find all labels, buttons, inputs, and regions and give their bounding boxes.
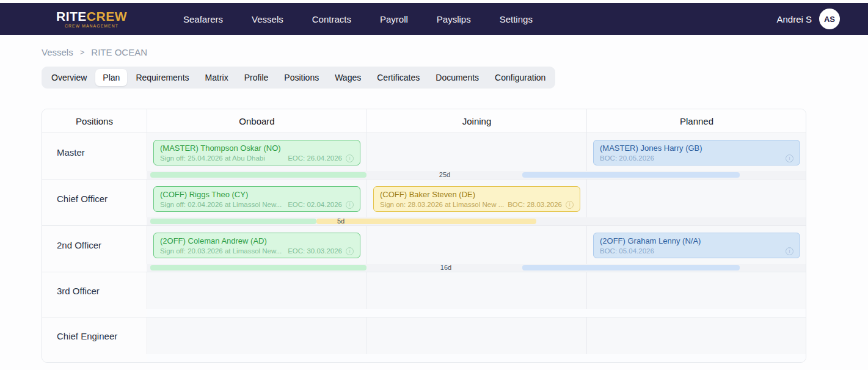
nav-item-contracts[interactable]: Contracts — [312, 14, 351, 24]
crew-card-eoc: EOC: 30.03.2026 — [288, 246, 342, 256]
crew-card-eoc: EOC: 26.04.2026 — [288, 153, 342, 163]
position-label-chief-officer: Chief Officer — [42, 180, 147, 225]
tab-configuration[interactable]: Configuration — [487, 69, 553, 86]
crew-card-title: (2OFF) Graham Lenny (N/A) — [600, 236, 793, 246]
column-header-positions: Positions — [42, 109, 147, 132]
timeline-strip: 5d — [147, 217, 806, 225]
user-name: Andrei S — [776, 14, 812, 24]
timeline-bar-onboard — [150, 172, 367, 178]
tab-certificates[interactable]: Certificates — [370, 69, 427, 86]
crew-card-detail: Sign on: 28.03.2026 at Limassol New ... — [380, 200, 504, 209]
timeline-bar-onboard — [150, 219, 316, 224]
breadcrumb-vessels[interactable]: Vessels — [42, 47, 73, 57]
crew-card-planned-2nd-officer[interactable]: (2OFF) Graham Lenny (N/A) BOC: 05.04.202… — [593, 233, 800, 258]
nav-item-payslips[interactable]: Payslips — [437, 14, 471, 24]
table-row: Master (MASTER) Thompson Oskar (NO) Sign… — [42, 132, 806, 179]
crew-card-title: (2OFF) Coleman Andrew (AD) — [160, 236, 354, 246]
user-menu[interactable]: Andrei S AS — [776, 9, 840, 29]
nav-links: Seafarers Vessels Contracts Payroll Pays… — [183, 14, 533, 24]
crew-card-title: (COFF) Baker Steven (DE) — [380, 189, 574, 200]
crew-plan-table: Positions Onboard Joining Planned Master… — [42, 109, 806, 363]
brand-name: RITECREW — [56, 10, 127, 23]
info-icon[interactable]: i — [786, 247, 793, 255]
brand-tagline: CREW MANAGEMENT — [65, 24, 119, 28]
crew-card-detail: BOC: 20.05.2026 — [600, 153, 782, 163]
timeline-strip: 25d — [147, 171, 806, 179]
column-header-planned: Planned — [586, 109, 806, 132]
timeline-bar-onboard — [150, 265, 367, 270]
timeline-bar-planned — [522, 172, 740, 178]
table-header-row: Positions Onboard Joining Planned — [42, 109, 806, 132]
position-label-master: Master — [42, 133, 147, 179]
crew-card-detail: Sign off: 20.03.2026 at Limassol New... — [160, 246, 284, 256]
timeline-gap-label: 5d — [329, 217, 353, 225]
column-header-joining: Joining — [367, 109, 586, 132]
tab-profile[interactable]: Profile — [237, 69, 276, 86]
crew-card-detail: Sign off: 25.04.2026 at Abu Dhabi — [160, 153, 284, 163]
tab-requirements[interactable]: Requirements — [128, 69, 196, 86]
timeline-bar-planned — [522, 265, 740, 270]
tab-wages[interactable]: Wages — [327, 69, 368, 86]
top-navbar: RITECREW CREW MANAGEMENT Seafarers Vesse… — [0, 3, 868, 35]
position-label-2nd-officer: 2nd Officer — [42, 226, 147, 272]
avatar[interactable]: AS — [819, 9, 840, 29]
breadcrumb: Vessels > RITE OCEAN — [42, 47, 868, 57]
tab-documents[interactable]: Documents — [428, 69, 486, 86]
nav-item-payroll[interactable]: Payroll — [380, 14, 408, 24]
crew-card-joining-chief-officer[interactable]: (COFF) Baker Steven (DE) Sign on: 28.03.… — [373, 186, 580, 212]
info-icon[interactable]: i — [346, 201, 354, 209]
info-icon[interactable]: i — [346, 154, 354, 162]
position-label-3rd-officer: 3rd Officer — [42, 272, 147, 317]
crew-card-detail: BOC: 05.04.2026 — [600, 246, 782, 256]
crew-card-boc: BOC: 28.03.2026 — [508, 200, 562, 209]
nav-item-vessels[interactable]: Vessels — [252, 14, 283, 24]
table-row: Chief Officer (COFF) Riggs Theo (CY) Sig… — [42, 179, 806, 225]
tab-matrix[interactable]: Matrix — [198, 69, 236, 86]
crew-card-title: (MASTER) Jones Harry (GB) — [600, 143, 793, 153]
brand-name-rite: RITE — [56, 9, 87, 23]
column-header-onboard: Onboard — [147, 109, 367, 132]
timeline-gap-label: 16d — [434, 264, 458, 272]
brand-logo[interactable]: RITECREW CREW MANAGEMENT — [56, 10, 127, 28]
nav-item-settings[interactable]: Settings — [500, 14, 533, 24]
brand-name-crew: CREW — [87, 9, 127, 23]
nav-item-seafarers[interactable]: Seafarers — [183, 14, 223, 24]
crew-card-onboard-2nd-officer[interactable]: (2OFF) Coleman Andrew (AD) Sign off: 20.… — [153, 233, 360, 258]
info-icon[interactable]: i — [566, 201, 574, 209]
timeline-strip: 16d — [147, 264, 806, 272]
crew-card-planned-master[interactable]: (MASTER) Jones Harry (GB) BOC: 20.05.202… — [593, 140, 800, 165]
timeline-strip — [147, 354, 806, 362]
table-row: 2nd Officer (2OFF) Coleman Andrew (AD) S… — [42, 225, 806, 272]
info-icon[interactable]: i — [346, 247, 354, 255]
crew-card-eoc: EOC: 02.04.2026 — [288, 200, 342, 209]
crew-card-onboard-chief-officer[interactable]: (COFF) Riggs Theo (CY) Sign off: 02.04.2… — [153, 186, 360, 212]
table-row: 3rd Officer — [42, 272, 806, 317]
crew-card-detail: Sign off: 02.04.2026 at Limassol New... — [160, 200, 284, 209]
crew-card-title: (MASTER) Thompson Oskar (NO) — [160, 143, 354, 153]
table-row: Chief Engineer — [42, 317, 806, 362]
tab-overview[interactable]: Overview — [44, 69, 94, 86]
crew-card-title: (COFF) Riggs Theo (CY) — [160, 189, 354, 200]
tab-plan[interactable]: Plan — [95, 69, 127, 86]
vessel-tabbar: Overview Plan Requirements Matrix Profil… — [42, 67, 555, 89]
info-icon[interactable]: i — [786, 154, 793, 162]
crew-card-onboard-master[interactable]: (MASTER) Thompson Oskar (NO) Sign off: 2… — [153, 140, 360, 165]
position-label-chief-engineer: Chief Engineer — [42, 317, 147, 362]
breadcrumb-current: RITE OCEAN — [91, 47, 147, 57]
tab-positions[interactable]: Positions — [277, 69, 326, 86]
timeline-strip — [147, 309, 806, 317]
timeline-gap-label: 25d — [432, 171, 457, 179]
breadcrumb-separator-icon: > — [80, 48, 85, 57]
